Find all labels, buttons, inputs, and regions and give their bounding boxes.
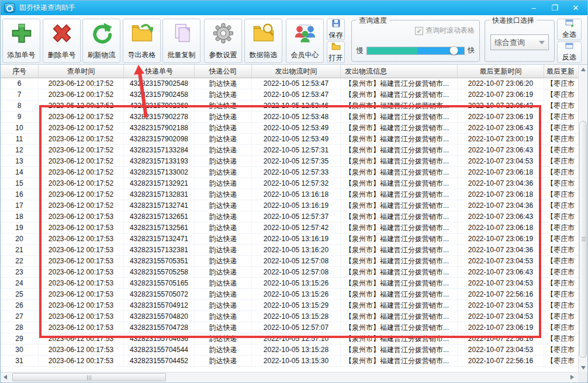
scrollbar-corner — [578, 372, 587, 382]
cell-courier: 韵达快递 — [195, 145, 252, 155]
column-header-tracking_no[interactable]: 快递单号 — [124, 65, 195, 78]
cell-seq: 24 — [1, 278, 39, 288]
data-filter-button[interactable]: 数据筛选 — [244, 19, 282, 63]
select-all-button[interactable]: 全选 — [557, 19, 582, 40]
cell-seq: 10 — [1, 123, 39, 133]
table-row[interactable]: 232023-06-12 00:17:53432823155705258韵达快递… — [1, 267, 579, 278]
cell-dispatch_info: 【泉州市】福建晋江分拨营销市... — [341, 267, 458, 277]
cell-dispatch_info: 【泉州市】福建晋江分拨营销市... — [341, 78, 458, 89]
save-button[interactable]: 保存 — [327, 19, 345, 40]
speed-slider[interactable] — [366, 47, 465, 55]
table-row[interactable]: 92023-06-12 00:17:52432823157902278韵达快递2… — [1, 112, 579, 123]
table-row[interactable]: 312023-06-12 00:17:53432823155704452韵达快递… — [1, 356, 579, 367]
table-row[interactable]: 212023-06-12 00:17:53432823157132381韵达快递… — [1, 245, 579, 256]
cell-dispatch_time: 2022-10-05 13:15:29 — [252, 300, 341, 311]
vertical-scrollbar[interactable] — [578, 65, 587, 372]
scroll-table-checkbox[interactable]: ✓ — [415, 27, 423, 35]
column-header-dispatch_info[interactable]: 发出物流信息 — [341, 65, 458, 78]
cell-seq: 6 — [1, 78, 39, 89]
cell-seq: 26 — [1, 300, 39, 311]
cell-dispatch_info: 【泉州市】福建晋江分拨营销市... — [341, 278, 458, 288]
cell-courier: 韵达快递 — [195, 300, 252, 311]
add-orders-button[interactable]: 添加单号 — [2, 19, 40, 63]
interface-dropdown[interactable]: 综合查询 — [490, 34, 549, 50]
cell-seq: 29 — [1, 333, 39, 344]
column-header-dispatch_time[interactable]: 发出物流时间 — [252, 65, 341, 78]
column-header-courier[interactable]: 快递公司 — [195, 65, 252, 78]
delete-orders-button[interactable]: 删除单号 — [43, 19, 81, 63]
table-row[interactable]: 72023-06-12 00:17:52432823157902458韵达快递2… — [1, 89, 579, 100]
close-button[interactable]: ✕ — [568, 3, 584, 13]
cell-courier: 韵达快递 — [195, 100, 252, 111]
settings-button[interactable]: 参数设置 — [204, 19, 242, 63]
member-center-button[interactable]: 会员中心 — [286, 19, 324, 63]
cell-dispatch_info: 【泉州市】福建晋江分拨营销市... — [341, 211, 458, 222]
cell-dispatch_info: 【泉州市】福建晋江分拨营销市... — [341, 112, 458, 122]
cell-update_info: 【枣庄市 — [544, 333, 579, 344]
refresh-logistics-button[interactable]: 刷新物流 — [82, 19, 120, 63]
cell-courier: 韵达快递 — [195, 322, 252, 333]
cell-tracking_no: 432823157133284 — [124, 145, 195, 155]
export-table-button[interactable]: 导出表格 — [123, 19, 161, 63]
column-header-seq[interactable]: 序号 — [1, 65, 39, 78]
open-button[interactable]: 打开 — [327, 41, 345, 63]
table-row[interactable]: 202023-06-12 00:17:53432823157132471韵达快递… — [1, 234, 579, 245]
settings-label: 参数设置 — [209, 50, 237, 60]
table-row[interactable]: 82023-06-12 00:17:52432823157902368韵达快递2… — [1, 100, 579, 112]
open-label: 打开 — [329, 53, 343, 63]
table-row[interactable]: 292023-06-12 00:17:53432823155704636韵达快递… — [1, 333, 579, 344]
column-header-query_time[interactable]: 查单时间 — [39, 65, 124, 78]
scroll-right-icon[interactable] — [568, 372, 577, 382]
horizontal-scrollbar-thumb[interactable] — [12, 373, 166, 381]
cell-update_time: 2022-10-07 23:04:36 — [458, 178, 544, 189]
horizontal-scrollbar[interactable] — [1, 372, 579, 382]
cell-dispatch_info: 【泉州市】福建晋江分拨营销市... — [341, 322, 458, 333]
table-row[interactable]: 252023-06-12 00:17:53432823155705072韵达快递… — [1, 289, 579, 300]
batch-copy-button[interactable]: 批量复制 — [162, 19, 200, 63]
cell-seq: 18 — [1, 211, 39, 222]
table-row[interactable]: 282023-06-12 00:17:53432823155704728韵达快递… — [1, 322, 579, 333]
column-header-update_time[interactable]: 最后更新时间 — [458, 65, 544, 78]
maximize-button[interactable]: ❐ — [547, 3, 563, 13]
invert-selection-button[interactable]: 反选 — [557, 41, 582, 63]
table-row[interactable]: 132023-06-12 00:17:52432823157133193韵达快递… — [1, 156, 579, 167]
cell-tracking_no: 432823157132381 — [124, 245, 195, 255]
cell-dispatch_time: 2022-10-05 13:15:28 — [252, 344, 341, 355]
table-row[interactable]: 102023-06-12 00:17:52432823157902188韵达快递… — [1, 123, 579, 134]
table-row[interactable]: 152023-06-12 00:17:52432823157132921韵达快递… — [1, 178, 579, 189]
scroll-left-icon[interactable] — [1, 372, 10, 382]
minimize-button[interactable]: – — [525, 3, 542, 13]
table-row[interactable]: 222023-06-12 00:17:53432823155705351韵达快递… — [1, 256, 579, 267]
gear-icon — [212, 22, 234, 47]
cell-tracking_no: 432823155705165 — [124, 278, 195, 288]
cell-update_time: 2022-10-07 23:04:36 — [458, 245, 544, 255]
cell-update_time: 2022-10-07 23:06:18 — [458, 189, 544, 200]
cell-update_time: 2022-10-07 22:56:16 — [458, 356, 544, 366]
table-row[interactable]: 242023-06-12 00:17:53432823155705165韵达快递… — [1, 278, 579, 289]
cell-seq: 28 — [1, 322, 39, 333]
scroll-down-icon[interactable] — [579, 363, 587, 372]
table-row[interactable]: 272023-06-12 00:17:53432823155704820韵达快递… — [1, 311, 579, 322]
column-header-update_info[interactable]: 最后更新 — [544, 65, 579, 78]
copy-icon — [171, 22, 193, 47]
table-row[interactable]: 262023-06-12 00:17:53432823155704912韵达快递… — [1, 300, 579, 311]
table-header[interactable]: 序号查单时间快递单号快递公司发出物流时间发出物流信息最后更新时间最后更新 — [1, 65, 579, 78]
table-row[interactable]: 62023-06-12 00:17:52432823157902548韵达快递2… — [1, 78, 579, 89]
table-row[interactable]: 162023-06-12 00:17:52432823157132831韵达快递… — [1, 189, 579, 200]
table-row[interactable]: 122023-06-12 00:17:52432823157133284韵达快递… — [1, 145, 579, 156]
data-filter-label: 数据筛选 — [250, 50, 278, 60]
member-center-label: 会员中心 — [291, 50, 319, 60]
speed-slider-thumb[interactable] — [449, 46, 458, 55]
scroll-up-icon[interactable] — [579, 65, 587, 74]
cell-seq: 7 — [1, 89, 39, 100]
speed-slider-fill — [367, 47, 417, 54]
table-row[interactable]: 112023-06-12 00:17:52432823157902098韵达快递… — [1, 134, 579, 145]
cell-courier: 韵达快递 — [195, 78, 252, 89]
table-row[interactable]: 142023-06-12 00:17:52432823157133002韵达快递… — [1, 167, 579, 178]
vertical-scrollbar-thumb[interactable] — [579, 121, 587, 358]
cell-query_time: 2023-06-12 00:17:52 — [39, 200, 124, 211]
table-row[interactable]: 182023-06-12 00:17:53432823157132651韵达快递… — [1, 211, 579, 222]
table-row[interactable]: 192023-06-12 00:17:53432823157132561韵达快递… — [1, 222, 579, 234]
table-row[interactable]: 172023-06-12 00:17:52432823157132741韵达快递… — [1, 200, 579, 211]
table-row[interactable]: 302023-06-12 00:17:53432823155704544韵达快递… — [1, 344, 579, 356]
